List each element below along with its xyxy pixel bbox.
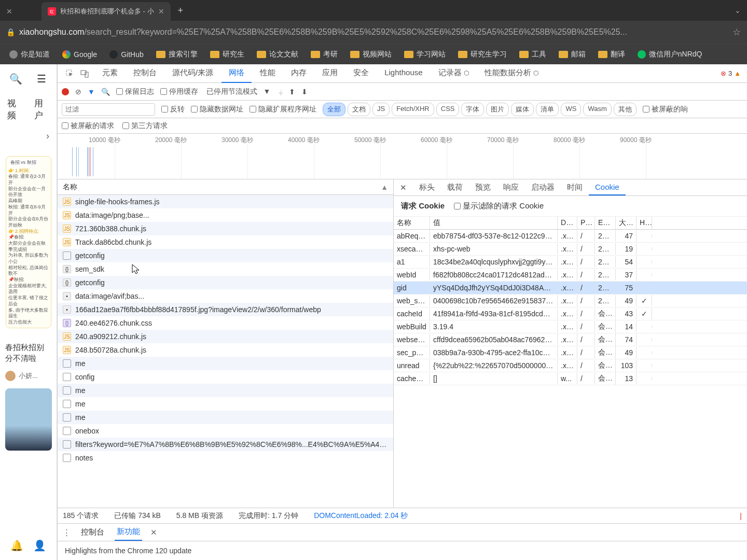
bookmark-item[interactable]: Google <box>57 48 102 61</box>
bookmark-folder[interactable]: 视频网站 <box>345 48 397 61</box>
cookie-row[interactable]: a118c34be2a40qlcquslyphxvjj2ggti9yvfj...… <box>394 256 747 269</box>
note-card[interactable]: 春招 vs 秋招 👉 1.时间:春招: 通常在2-3月开部分企业会在一月份开放高… <box>5 153 51 331</box>
filter-type-pill[interactable]: 图片 <box>486 103 509 116</box>
devtools-tab[interactable]: 安全 <box>346 64 376 83</box>
drawer-menu-icon[interactable]: ⋮ <box>63 528 71 537</box>
filter-type-pill[interactable]: 字体 <box>461 103 484 116</box>
close-detail-icon[interactable]: ✕ <box>394 183 413 192</box>
devtools-tab[interactable]: 记录器⬡ <box>431 64 476 83</box>
filter-type-pill[interactable]: 媒体 <box>511 103 534 116</box>
filter-type-pill[interactable]: 其他 <box>614 103 637 116</box>
close-icon[interactable]: ✕ <box>6 7 12 16</box>
request-row[interactable]: JS721.360b388.chunk.js <box>58 222 393 235</box>
bookmark-folder[interactable]: 研究生 <box>205 48 250 61</box>
wifi-icon[interactable]: ⏚ <box>279 88 283 96</box>
bookmark-folder[interactable]: 研究生学习 <box>453 48 512 61</box>
tabs-overflow-icon[interactable]: ⌄ <box>728 6 747 15</box>
nav-tab-video[interactable]: 视频 <box>7 97 23 121</box>
cookie-row[interactable]: web_ses...0400698c10b7e95654662e9158374b… <box>394 295 747 307</box>
request-row[interactable]: •data:image/avif;bas... <box>58 289 393 303</box>
close-icon[interactable]: ✕ <box>158 7 164 16</box>
cookie-row[interactable]: xsecappidxhs-pc-web.xi.../20...19 <box>394 243 747 256</box>
devtools-tab[interactable]: 内存 <box>284 64 314 83</box>
filter-icon[interactable]: ▼ <box>88 88 95 96</box>
cookie-table-header[interactable]: 名称 值 Do... Path Ex... 大小 Ht... <box>394 217 747 230</box>
request-row[interactable]: config <box>58 370 393 384</box>
request-row[interactable]: JSdata:image/png;base... <box>58 208 393 222</box>
preserve-log-checkbox[interactable]: 保留日志 <box>116 87 154 96</box>
bookmark-star-icon[interactable]: ☆ <box>732 26 741 38</box>
request-row[interactable]: {}sem_sdk <box>58 262 393 276</box>
request-row[interactable]: me <box>58 384 393 397</box>
upload-icon[interactable]: ⬆ <box>289 88 295 96</box>
filter-type-pill[interactable]: Fetch/XHR <box>392 103 434 116</box>
request-row[interactable]: •166ad12ae9a7f6fbb4bbbf88d417895f.jpg?im… <box>58 303 393 316</box>
drawer-tab-console[interactable]: 控制台 <box>79 524 106 540</box>
cookie-row[interactable]: cache_fe...[]w.../会话13 <box>394 372 747 385</box>
request-row[interactable]: me <box>58 397 393 411</box>
network-timeline[interactable]: 10000 毫秒20000 毫秒30000 毫秒40000 毫秒50000 毫秒… <box>58 134 747 179</box>
filter-type-pill[interactable]: 全部 <box>323 103 345 116</box>
bookmark-folder[interactable]: 学习网站 <box>399 48 451 61</box>
cookie-row[interactable]: sec_pois...038b9a7a-930b-4795-ace2-ffa10… <box>394 346 747 359</box>
record-button[interactable] <box>62 88 69 95</box>
menu-icon[interactable]: ☰ <box>37 73 46 85</box>
hide-data-url-checkbox[interactable]: 隐藏数据网址 <box>191 105 243 114</box>
download-icon[interactable]: ⬇ <box>301 88 308 96</box>
blocked-response-checkbox[interactable]: 被屏蔽的响 <box>643 105 688 114</box>
browser-tab-active[interactable]: 红 秋招和春招到底哪个机会多 - 小 ✕ <box>42 2 171 21</box>
browser-tab[interactable]: ✕ <box>0 2 42 21</box>
devtools-tab[interactable]: Lighthouse <box>377 64 430 83</box>
url-bar[interactable]: 🔒 xiaohongshu.com/search_result?keyword=… <box>0 21 747 44</box>
detail-tab[interactable]: 时间 <box>561 179 589 195</box>
cookie-row[interactable]: gidyYSq4DdqJfh2yYSq4DdJ0i3D48A1SA....xi.… <box>394 282 747 295</box>
bookmark-item[interactable]: 微信用户nNRdQ <box>632 48 708 61</box>
note-author[interactable]: 小妍... <box>0 368 57 384</box>
bookmark-folder[interactable]: 论文文献 <box>252 48 303 61</box>
blocked-req-checkbox[interactable]: 被屏蔽的请求 <box>62 121 114 131</box>
request-row[interactable]: {}240.ee46276.chunk.css <box>58 316 393 330</box>
bookmark-item[interactable]: GitHub <box>104 48 149 61</box>
chevron-right-icon[interactable]: › <box>46 131 49 142</box>
throttle-select[interactable]: 已停用节流模式 ▼ <box>204 86 273 97</box>
cookie-row[interactable]: cacheId41f8941a-f9fd-493a-81cf-8195dcdd6… <box>394 307 747 320</box>
close-icon[interactable]: ✕ <box>150 528 157 537</box>
warning-badge[interactable]: ▲ <box>734 69 741 77</box>
nav-tab-user[interactable]: 用户 <box>34 97 50 121</box>
new-tab-button[interactable]: + <box>171 5 191 16</box>
request-row[interactable]: onebox <box>58 424 393 438</box>
drawer-tab-whatsnew[interactable]: 新功能 <box>115 524 142 541</box>
bookmark-folder[interactable]: 考研 <box>306 48 343 61</box>
devtools-tab[interactable]: 元素 <box>95 64 125 83</box>
filter-type-pill[interactable]: 清单 <box>536 103 559 116</box>
request-row[interactable]: me <box>58 357 393 370</box>
devtools-tab[interactable]: 性能数据分析⬡ <box>477 64 546 83</box>
cookie-row[interactable]: websecti...cffd9dcea65962b05ab048ac76962… <box>394 333 747 346</box>
detail-tab[interactable]: Cookie <box>589 179 626 195</box>
filter-type-pill[interactable]: CSS <box>436 103 460 116</box>
devtools-tab[interactable]: 性能 <box>253 64 283 83</box>
disable-cache-checkbox[interactable]: 停用缓存 <box>160 87 198 96</box>
devtools-tab[interactable]: 网络 <box>222 64 252 83</box>
third-party-checkbox[interactable]: 第三方请求 <box>122 121 168 131</box>
devtools-tab[interactable]: 控制台 <box>126 64 164 83</box>
cookie-row[interactable]: webIdf682f0b808cc24ca01712dc4812ad92f.xi… <box>394 269 747 282</box>
device-toggle-icon[interactable] <box>78 67 91 80</box>
detail-tab[interactable]: 启动器 <box>525 179 561 195</box>
show-filtered-checkbox[interactable]: 显示滤除的请求 Cookie <box>454 201 544 211</box>
detail-tab[interactable]: 预览 <box>469 179 497 195</box>
request-row[interactable]: JSsingle-file-hooks-frames.js <box>58 195 393 208</box>
request-row[interactable]: filters?keyword=%E7%A7%8B%E6%8B%9B%E5%92… <box>58 438 393 451</box>
sort-up-icon[interactable]: ▲ <box>381 183 388 191</box>
bookmark-folder[interactable]: 邮箱 <box>554 48 591 61</box>
cookie-row[interactable]: abRequ...ebb78754-df03-537e-8c12-0122c96… <box>394 230 747 243</box>
request-row[interactable]: {}getconfig <box>58 276 393 289</box>
search-icon[interactable]: 🔍 <box>9 73 22 85</box>
filter-type-pill[interactable]: JS <box>372 103 390 116</box>
devtools-tab[interactable]: 源代码/来源 <box>165 64 220 83</box>
cookie-row[interactable]: webBuild3.19.4.xi.../会话14 <box>394 320 747 333</box>
bookmark-folder[interactable]: 翻译 <box>593 48 630 61</box>
bookmark-item[interactable]: 你是知道 <box>4 48 55 61</box>
request-row[interactable]: notes <box>58 451 393 465</box>
request-row[interactable]: JSTrack.da86cbd.chunk.js <box>58 235 393 249</box>
